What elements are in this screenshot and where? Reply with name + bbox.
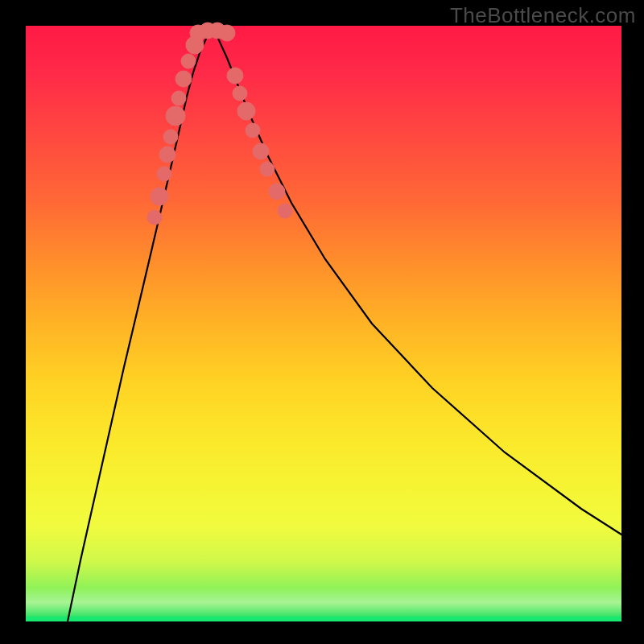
sample-dot (237, 102, 255, 120)
curve-svg (26, 26, 621, 621)
sample-dot (246, 123, 260, 138)
sample-dot (253, 143, 269, 159)
sample-dot (278, 204, 292, 218)
sample-dot (171, 91, 186, 105)
sample-dot (157, 167, 171, 181)
left-curve (68, 29, 213, 621)
sample-dot (175, 71, 192, 87)
sample-dot (151, 188, 168, 205)
chart-frame: TheBottleneck.com (0, 0, 644, 644)
sample-dot (269, 184, 285, 200)
sample-dot (181, 54, 196, 68)
sample-dot (227, 68, 243, 84)
sample-dot (260, 162, 275, 176)
sample-dots-group (147, 23, 292, 225)
sample-dot (233, 86, 247, 101)
watermark-text: TheBottleneck.com (450, 3, 636, 28)
sample-dot (147, 210, 162, 225)
sample-dot (219, 25, 235, 41)
sample-dot (166, 106, 185, 126)
right-curve (213, 29, 621, 535)
sample-dot (163, 130, 178, 144)
sample-dot (159, 147, 175, 163)
